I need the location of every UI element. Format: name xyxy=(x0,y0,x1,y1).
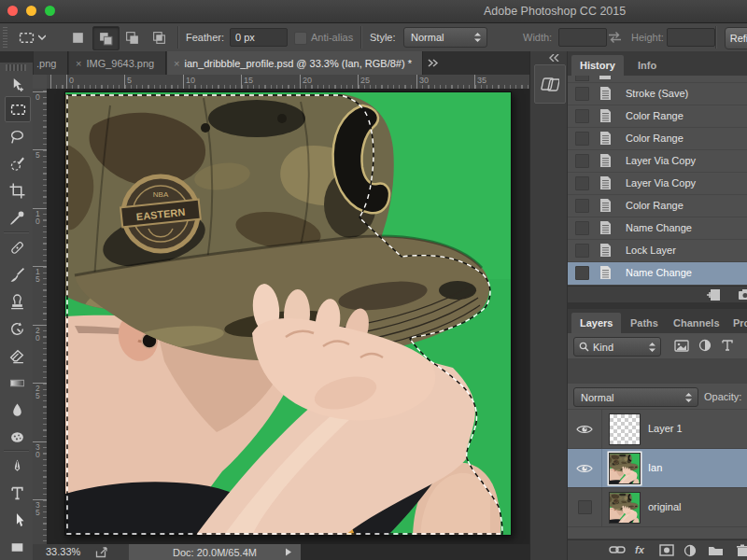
layer-filter-kind-select[interactable]: Kind xyxy=(573,337,661,357)
tab-layers[interactable]: Layers xyxy=(571,313,621,333)
layer-thumbnail-image[interactable] xyxy=(609,453,641,484)
tool-lasso[interactable] xyxy=(5,124,29,148)
width-input[interactable] xyxy=(558,28,607,47)
history-source-well[interactable] xyxy=(575,109,589,123)
history-source-well[interactable] xyxy=(575,266,589,280)
new-selection-button[interactable] xyxy=(65,26,91,49)
history-row[interactable]: Layer Via Copy xyxy=(568,150,747,173)
minimize-window-button[interactable] xyxy=(26,6,36,16)
tool-clone-stamp[interactable] xyxy=(5,289,29,314)
close-tab-icon[interactable]: × xyxy=(174,58,179,69)
tab-overflow-icon[interactable] xyxy=(428,59,439,67)
history-row[interactable]: Layer Via Copy xyxy=(568,173,747,195)
tool-gradient[interactable] xyxy=(5,371,29,395)
filter-pixel-layers-button[interactable] xyxy=(674,340,689,352)
document-tab[interactable]: × IMG_9643.png xyxy=(69,51,166,75)
status-popup-arrow-icon[interactable] xyxy=(285,548,292,556)
add-to-selection-button[interactable] xyxy=(92,26,120,50)
add-layer-mask-button[interactable] xyxy=(659,544,674,556)
tool-move[interactable] xyxy=(5,73,29,97)
close-tab-icon[interactable]: × xyxy=(76,58,81,69)
history-source-well[interactable] xyxy=(575,221,589,235)
zoom-window-button[interactable] xyxy=(45,6,55,16)
tool-eraser[interactable] xyxy=(5,343,29,368)
vertical-ruler[interactable]: 0 5 10 15 20 25 30 35 xyxy=(33,89,48,544)
ruler-tick-label: 10 xyxy=(35,211,42,225)
close-window-button[interactable] xyxy=(7,6,18,16)
ruler-origin-corner[interactable] xyxy=(33,75,48,90)
canvas-document[interactable] xyxy=(64,91,512,536)
subtract-from-selection-button[interactable] xyxy=(120,26,145,49)
history-source-well[interactable] xyxy=(575,87,589,101)
tool-rectangle-shape[interactable] xyxy=(5,535,29,559)
tab-paths[interactable]: Paths xyxy=(622,313,667,333)
tab-info[interactable]: Info xyxy=(629,55,665,76)
tool-preset-picker[interactable] xyxy=(15,26,56,49)
layer-thumbnail-image[interactable] xyxy=(609,492,641,524)
history-source-well[interactable] xyxy=(575,199,589,213)
feather-input[interactable] xyxy=(230,28,288,47)
zoom-level-field[interactable]: 33.33% xyxy=(46,546,80,557)
tab-layers-label: Layers xyxy=(580,317,613,329)
intersect-selection-button[interactable] xyxy=(147,26,172,49)
layer-thumbnail-transparent[interactable] xyxy=(609,413,641,445)
history-row-selected[interactable]: Name Change xyxy=(568,262,747,285)
tool-rectangular-marquee[interactable] xyxy=(5,96,31,122)
tool-pen[interactable] xyxy=(5,454,29,478)
blend-mode-select[interactable]: Normal xyxy=(573,387,698,407)
tab-properties[interactable]: Properties xyxy=(725,313,747,333)
history-row[interactable]: Color Range xyxy=(568,195,747,217)
delete-layer-button[interactable] xyxy=(736,544,747,557)
history-source-well[interactable] xyxy=(575,132,589,146)
height-input[interactable] xyxy=(667,28,715,47)
refine-edge-button[interactable]: Refine Edge xyxy=(725,27,747,49)
tool-crop[interactable] xyxy=(5,178,29,203)
history-row[interactable]: Color Range xyxy=(568,105,747,128)
layer-visibility-toggle[interactable] xyxy=(568,488,602,526)
new-document-from-state-button[interactable] xyxy=(706,288,721,301)
anti-alias-checkbox[interactable] xyxy=(294,32,307,45)
layer-row-selected[interactable]: Ian xyxy=(568,449,747,488)
filter-type-layers-button[interactable] xyxy=(721,339,734,352)
document-tab-active[interactable]: × ian_dribbble_profile.psd @ 33.3% (Ian,… xyxy=(167,51,423,75)
tool-brush[interactable] xyxy=(5,262,29,287)
tab-history[interactable]: History xyxy=(571,55,624,76)
options-bar-grip[interactable] xyxy=(3,27,7,48)
tool-spot-healing-brush[interactable] xyxy=(5,235,29,259)
layer-visibility-toggle[interactable] xyxy=(568,449,602,487)
tab-channels[interactable]: Channels xyxy=(665,313,728,333)
tool-blur[interactable] xyxy=(5,398,29,422)
history-row[interactable]: Lock Layer xyxy=(568,240,747,262)
filter-adjustment-layers-button[interactable] xyxy=(698,339,712,352)
tool-type[interactable] xyxy=(5,481,29,505)
layer-styles-button[interactable]: fx xyxy=(635,544,644,555)
tool-eyedropper[interactable] xyxy=(5,205,29,230)
history-row[interactable]: Color Range xyxy=(568,128,747,150)
tool-quick-selection[interactable] xyxy=(5,151,29,175)
export-share-icon[interactable] xyxy=(95,546,108,558)
link-layers-button[interactable] xyxy=(609,545,626,554)
tool-path-selection[interactable] xyxy=(5,508,29,532)
history-source-well[interactable] xyxy=(575,154,589,168)
tool-sponge[interactable] xyxy=(5,425,29,449)
collapsed-panel-button[interactable] xyxy=(534,64,566,104)
layer-visibility-toggle[interactable] xyxy=(568,410,602,448)
horizontal-ruler[interactable]: 0 5 10 15 20 25 30 35 xyxy=(47,75,529,90)
tools-panel-grip[interactable] xyxy=(6,64,26,71)
style-select[interactable]: Normal xyxy=(403,27,487,48)
history-source-well[interactable] xyxy=(575,176,589,190)
document-tab[interactable]: .png xyxy=(33,51,68,75)
collapse-panels-icon[interactable] xyxy=(549,54,559,62)
layer-row[interactable]: original xyxy=(568,488,747,527)
tool-history-brush[interactable] xyxy=(5,316,29,341)
new-snapshot-button[interactable] xyxy=(738,288,747,301)
history-row[interactable]: Name Change xyxy=(568,217,747,240)
new-group-button[interactable] xyxy=(708,545,724,556)
layer-row[interactable]: Layer 1 xyxy=(568,410,747,449)
history-row[interactable]: Stroke (Save) xyxy=(568,83,747,105)
new-adjustment-layer-button[interactable] xyxy=(684,544,697,557)
history-source-well[interactable] xyxy=(575,244,589,258)
swap-width-height-button[interactable] xyxy=(607,31,623,44)
history-row-partial[interactable] xyxy=(568,76,747,83)
history-step-label: Name Change xyxy=(626,267,692,278)
